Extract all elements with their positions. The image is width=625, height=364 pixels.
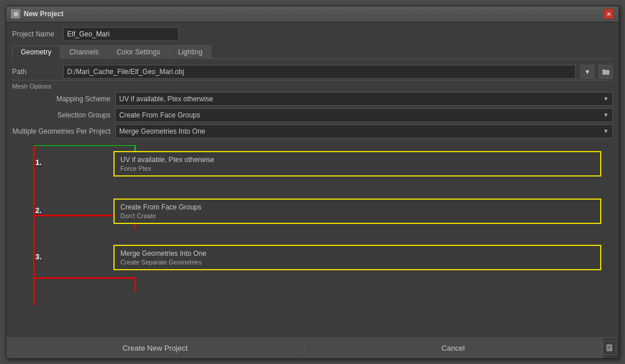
footer-help-icon[interactable] (602, 341, 616, 355)
ann-3-main: Merge Geometries Into One (120, 249, 594, 258)
footer: Create New Project Cancel (6, 337, 619, 358)
annotation-number-1: 1. (35, 158, 42, 167)
main-content: Project Name Geometry Channels Color Set… (6, 23, 619, 337)
create-new-project-button[interactable]: Create New Project (6, 338, 304, 358)
svg-rect-0 (602, 70, 609, 75)
annotation-box-3: Merge Geometries Into One Create Separat… (113, 245, 601, 270)
title-bar: ⚙ New Project ✕ (6, 6, 619, 23)
tab-color-settings[interactable]: Color Settings (108, 45, 168, 59)
ann-1-main: UV if available, Ptex otherwise (120, 156, 594, 164)
multiple-geometries-dropdown[interactable]: Merge Geometries Into One ▼ (115, 124, 613, 138)
footer-icon-area (602, 338, 619, 358)
mesh-options-label: Mesh Options (12, 80, 613, 90)
annotation-number-3: 3. (35, 252, 42, 261)
multiple-geometries-arrow: ▼ (603, 128, 609, 134)
svg-rect-12 (608, 348, 610, 349)
path-folder-button[interactable] (599, 65, 613, 79)
mesh-options: Mapping Scheme UV if available, Ptex oth… (12, 90, 613, 141)
path-input[interactable] (63, 65, 576, 79)
tab-geometry[interactable]: Geometry (12, 45, 60, 59)
mapping-scheme-dropdown[interactable]: UV if available, Ptex otherwise ▼ (115, 92, 613, 106)
app-icon: ⚙ (11, 9, 20, 19)
window-title: New Project (24, 10, 64, 18)
selection-groups-dropdown[interactable]: Create From Face Groups ▼ (115, 108, 613, 122)
tab-content-geometry: Path ▼ Mesh Options Mapping Scheme (12, 62, 613, 333)
main-window: ⚙ New Project ✕ Project Name Geometry Ch… (6, 6, 619, 359)
multiple-geometries-row: Multiple Geometries Per Project Merge Ge… (12, 124, 613, 138)
mapping-scheme-arrow: ▼ (603, 95, 609, 102)
ann-1-sub: Force Ptex (120, 165, 594, 172)
annotation-box-1: UV if available, Ptex otherwise Force Pt… (113, 151, 601, 177)
selection-groups-label: Selection Groups (12, 111, 111, 119)
ann-2-sub: Don't Create (120, 212, 594, 219)
project-name-label: Project Name (12, 30, 58, 38)
folder-icon (602, 68, 610, 76)
multiple-geometries-label: Multiple Geometries Per Project (12, 127, 111, 135)
svg-rect-1 (602, 69, 605, 71)
selection-groups-arrow: ▼ (603, 112, 609, 118)
document-icon (605, 344, 613, 352)
tabs-bar: Geometry Channels Color Settings Lightin… (12, 45, 613, 59)
annotation-number-2: 2. (35, 206, 42, 215)
ann-2-main: Create From Face Groups (120, 203, 594, 211)
title-bar-left: ⚙ New Project (11, 9, 64, 19)
tab-channels[interactable]: Channels (61, 45, 108, 59)
mapping-scheme-row: Mapping Scheme UV if available, Ptex oth… (12, 92, 613, 106)
cancel-button[interactable]: Cancel (304, 338, 602, 358)
path-label: Path (12, 68, 58, 76)
svg-rect-10 (608, 346, 611, 347)
close-button[interactable]: ✕ (604, 9, 614, 19)
project-name-input[interactable] (63, 27, 179, 41)
ann-3-sub: Create Separate Geometries (120, 259, 594, 266)
annotation-box-2: Create From Face Groups Don't Create (113, 198, 601, 224)
path-dropdown-button[interactable]: ▼ (580, 65, 594, 79)
path-row: Path ▼ (12, 65, 613, 79)
mapping-scheme-label: Mapping Scheme (12, 95, 111, 103)
annotations-area: 1. 2. 3. UV if available, Ptex otherwise… (12, 145, 613, 333)
svg-rect-11 (608, 347, 611, 348)
selection-groups-row: Selection Groups Create From Face Groups… (12, 108, 613, 122)
tab-lighting[interactable]: Lighting (170, 45, 211, 59)
project-name-row: Project Name (12, 27, 613, 41)
